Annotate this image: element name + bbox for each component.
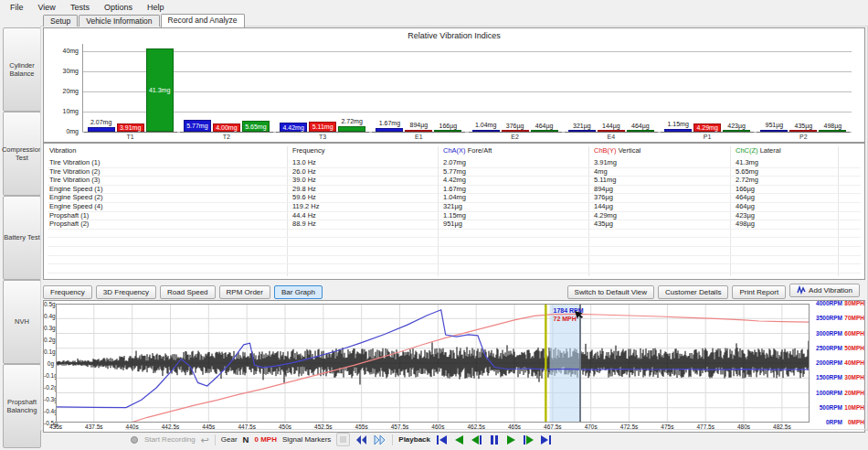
tab-record-and-analyze[interactable]: Record and Analyze	[161, 14, 245, 27]
bar-e2-2	[502, 130, 529, 132]
right-axis-row: 2000RPM40MPH	[812, 359, 864, 366]
previous-marker-icon[interactable]	[355, 434, 368, 445]
table-cell: Engine Speed (1)	[49, 185, 102, 194]
right-axis-row: 1500RPM30MPH	[812, 374, 864, 380]
table-cell: 41.3mg	[736, 158, 758, 167]
relative-vibration-panel: Relative Vibration Indices 0mg10mg20mg30…	[43, 27, 865, 143]
tab-content: Relative Vibration Indices 0mg10mg20mg30…	[40, 26, 868, 431]
x-axis-label: 435s	[40, 423, 71, 430]
bar-e1-3	[434, 130, 461, 132]
bar-t1-1	[88, 127, 115, 132]
bar-t1-3: 41.3mg	[146, 48, 174, 132]
bar-baseline	[430, 132, 465, 133]
right-axis-row: 2500RPM50MPH	[812, 345, 864, 351]
right-axis-row: 4000RPM80MPH	[812, 300, 864, 306]
table-cell: 88.9 Hz	[292, 220, 316, 229]
table-cell: Tire Vibration (3)	[49, 176, 100, 185]
marker-tool-button[interactable]	[336, 433, 350, 446]
sidebar-item-nvh[interactable]: NVH	[3, 280, 41, 364]
g-axis-label: -0.3g	[44, 396, 54, 402]
g-axis-label: 0.4g	[44, 313, 54, 319]
g-axis-label: 0.2g	[44, 337, 54, 343]
table-cell: 26.0 Hz	[292, 167, 316, 177]
sidebar-item-battery-test[interactable]: Battery Test	[3, 196, 41, 280]
play-back-icon[interactable]	[453, 434, 465, 445]
table-cell: 5.65mg	[736, 167, 758, 177]
table-cell: 144µg	[594, 202, 613, 211]
sidebar-item-cylinder-balance[interactable]: Cylinder Balance	[3, 27, 41, 112]
table-cell: 4mg	[594, 167, 608, 177]
bar-chart-title: Relative Vibration Indices	[44, 31, 864, 40]
tab-setup[interactable]: Setup	[43, 15, 78, 27]
menu-item-tests[interactable]: Tests	[63, 2, 97, 13]
action-button-print-report[interactable]: Print Report	[732, 285, 786, 299]
bar-group-label: E1	[400, 134, 437, 140]
bar-value-label: 5.77mg	[185, 121, 210, 131]
table-cell: 464µg	[736, 202, 755, 211]
bar-e1-1	[376, 128, 403, 132]
view-button-3d-frequency[interactable]: 3D Frequency	[96, 285, 156, 299]
right-axis-row: 1000RPM20MPH	[812, 390, 864, 396]
sidebar-item-compression-test[interactable]: Compression Test	[3, 112, 41, 196]
table-cell: 29.8 Hz	[292, 185, 316, 194]
view-button-rpm-order[interactable]: RPM Order	[219, 285, 270, 299]
table-cell: 498µg	[736, 220, 755, 229]
bar-baseline	[815, 132, 850, 133]
col-header-chb-y: ChB(Y) Vertical	[594, 146, 640, 155]
next-marker-icon[interactable]	[374, 434, 386, 445]
view-button-road-speed[interactable]: Road Speed	[160, 285, 215, 299]
play-icon[interactable]	[505, 434, 517, 445]
bar-group-label: P1	[689, 134, 725, 140]
table-cell: Engine Speed (2)	[49, 193, 102, 202]
svg-text:72 MPH: 72 MPH	[554, 316, 577, 322]
step-forward-icon[interactable]	[523, 434, 535, 445]
table-cell: 5.77mg	[443, 167, 466, 177]
bar-value-label: 423µg	[716, 123, 757, 129]
g-axis-label: 0.3g	[44, 325, 54, 331]
menu-item-view[interactable]: View	[31, 2, 63, 13]
action-button-add-vibration[interactable]: Add Vibration	[789, 284, 860, 297]
bar-group-label: T1	[112, 134, 149, 140]
pause-icon[interactable]	[488, 434, 500, 445]
bar-t2-3: 5.65mg	[242, 121, 270, 132]
table-header-row: VibrationFrequencyChA(X) Fore/AftChB(Y) …	[44, 146, 864, 156]
g-axis-label: 0.1g	[44, 348, 54, 355]
menu-item-help[interactable]: Help	[140, 2, 172, 13]
bar-baseline	[334, 132, 369, 133]
gridline	[82, 71, 852, 72]
sidebar-item-propshaft-balancing[interactable]: Propshaft Balancing	[3, 364, 41, 448]
gridline	[82, 91, 852, 92]
table-cell: 2.07mg	[443, 158, 466, 167]
table-cell: Tire Vibration (2)	[49, 167, 100, 177]
right-axis-row: 3000RPM60MPH	[812, 330, 864, 337]
bar-t2-1: 5.77mg	[184, 120, 211, 132]
bar-p1-3	[723, 130, 750, 132]
menu-item-file[interactable]: File	[3, 2, 31, 13]
menu-item-options[interactable]: Options	[97, 2, 140, 13]
bar-value-label: 4.42mg	[281, 123, 306, 131]
skip-end-icon[interactable]	[540, 434, 552, 445]
view-button-frequency[interactable]: Frequency	[43, 285, 92, 299]
speed-value: 0 MPH	[254, 435, 276, 444]
bar-baseline	[143, 132, 177, 133]
tab-vehicle-information[interactable]: Vehicle Information	[79, 15, 159, 27]
separator	[392, 434, 393, 445]
reset-icon[interactable]: ↩	[201, 435, 209, 445]
view-button-bar-graph[interactable]: Bar Graph	[274, 285, 323, 299]
table-cell: 44.4 Hz	[292, 211, 316, 220]
gear-label: Gear	[221, 435, 238, 444]
skip-start-icon[interactable]	[436, 434, 448, 445]
bar-value-label: 464µg	[620, 123, 661, 129]
table-cell: 3.91mg	[594, 158, 617, 167]
step-back-icon[interactable]	[471, 434, 482, 445]
action-button-customer-details[interactable]: Customer Details	[658, 285, 728, 299]
bar-e2-1	[472, 130, 500, 132]
bar-group-label: T2	[208, 134, 245, 140]
table-cell: 951µg	[443, 220, 462, 229]
bar-e1-2	[405, 130, 432, 132]
table-cell: 464µg	[736, 193, 755, 202]
action-button-switch-to-default-view[interactable]: Switch to Default View	[567, 285, 654, 299]
bar-t3-1: 4.42mg	[280, 123, 307, 132]
separator	[215, 434, 216, 445]
recording-chart[interactable]: 1784 RPM72 MPH	[56, 304, 810, 423]
